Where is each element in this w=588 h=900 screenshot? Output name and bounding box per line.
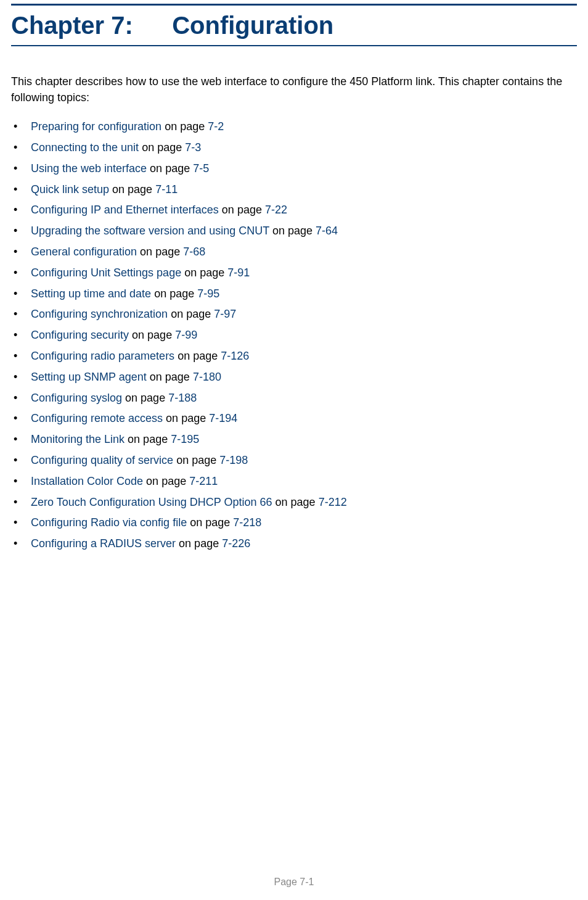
toc-page-ref[interactable]: 7-188 — [168, 392, 197, 404]
toc-on-page-text: on page — [174, 350, 221, 362]
toc-link[interactable]: Configuring IP and Ethernet interfaces — [31, 204, 219, 216]
toc-link[interactable]: Upgrading the software version and using… — [31, 225, 269, 237]
toc-on-page-text: on page — [272, 496, 319, 508]
toc-page-ref[interactable]: 7-64 — [316, 225, 338, 237]
toc-item: Configuring Unit Settings page on page 7… — [11, 263, 577, 284]
toc-on-page-text: on page — [109, 183, 155, 196]
toc-item: Monitoring the Link on page 7-195 — [11, 429, 577, 450]
toc-list: Preparing for configuration on page 7-2C… — [11, 117, 577, 555]
toc-link[interactable]: Quick link setup — [31, 183, 109, 196]
toc-link[interactable]: Using the web interface — [31, 162, 147, 175]
toc-page-ref[interactable]: 7-2 — [208, 120, 224, 133]
toc-link[interactable]: Configuring synchronization — [31, 308, 168, 320]
toc-item: Configuring quality of service on page 7… — [11, 450, 577, 471]
toc-on-page-text: on page — [147, 371, 193, 383]
toc-page-ref[interactable]: 7-180 — [193, 371, 221, 383]
toc-link[interactable]: Configuring remote access — [31, 412, 163, 424]
toc-page-ref[interactable]: 7-99 — [175, 329, 197, 341]
toc-on-page-text: on page — [122, 392, 168, 404]
toc-item: Installation Color Code on page 7-211 — [11, 471, 577, 492]
toc-link[interactable]: Configuring security — [31, 329, 129, 341]
toc-link[interactable]: Configuring Unit Settings page — [31, 266, 181, 279]
toc-page-ref[interactable]: 7-194 — [209, 412, 237, 424]
toc-page-ref[interactable]: 7-212 — [319, 496, 347, 508]
toc-item: Zero Touch Configuration Using DHCP Opti… — [11, 492, 577, 513]
toc-on-page-text: on page — [269, 225, 316, 237]
chapter-title: Chapter 7: Configuration — [11, 12, 577, 39]
toc-item: Setting up time and date on page 7-95 — [11, 284, 577, 305]
toc-on-page-text: on page — [161, 120, 208, 133]
toc-link[interactable]: General configuration — [31, 246, 137, 258]
toc-page-ref[interactable]: 7-68 — [183, 246, 205, 258]
toc-on-page-text: on page — [137, 246, 183, 258]
toc-item: Preparing for configuration on page 7-2 — [11, 117, 577, 138]
toc-on-page-text: on page — [176, 537, 222, 550]
toc-item: Configuring a RADIUS server on page 7-22… — [11, 534, 577, 555]
toc-on-page-text: on page — [129, 329, 175, 341]
toc-on-page-text: on page — [151, 287, 197, 300]
toc-page-ref[interactable]: 7-95 — [197, 287, 219, 300]
toc-item: Configuring synchronization on page 7-97 — [11, 304, 577, 325]
toc-page-ref[interactable]: 7-11 — [155, 183, 178, 196]
toc-page-ref[interactable]: 7-5 — [193, 162, 209, 175]
toc-link[interactable]: Connecting to the unit — [31, 141, 139, 154]
toc-on-page-text: on page — [168, 308, 214, 320]
toc-link[interactable]: Setting up time and date — [31, 287, 151, 300]
toc-page-ref[interactable]: 7-22 — [265, 204, 287, 216]
toc-on-page-text: on page — [219, 204, 265, 216]
toc-link[interactable]: Configuring Radio via config file — [31, 516, 187, 529]
toc-on-page-text: on page — [181, 266, 227, 279]
toc-page-ref[interactable]: 7-126 — [221, 350, 249, 362]
toc-item: Configuring radio parameters on page 7-1… — [11, 346, 577, 367]
toc-item: Connecting to the unit on page 7-3 — [11, 138, 577, 159]
toc-on-page-text: on page — [173, 454, 219, 466]
toc-on-page-text: on page — [139, 141, 185, 154]
toc-item: Quick link setup on page 7-11 — [11, 180, 577, 200]
toc-page-ref[interactable]: 7-211 — [189, 475, 218, 487]
toc-item: General configuration on page 7-68 — [11, 242, 577, 263]
toc-link[interactable]: Zero Touch Configuration Using DHCP Opti… — [31, 496, 272, 508]
toc-page-ref[interactable]: 7-3 — [185, 141, 201, 154]
toc-link[interactable]: Setting up SNMP agent — [31, 371, 147, 383]
toc-on-page-text: on page — [147, 162, 193, 175]
toc-page-ref[interactable]: 7-195 — [171, 433, 199, 445]
chapter-name: Configuration — [172, 12, 333, 39]
toc-page-ref[interactable]: 7-198 — [219, 454, 248, 466]
toc-link[interactable]: Configuring quality of service — [31, 454, 173, 466]
toc-on-page-text: on page — [143, 475, 189, 487]
toc-item: Configuring IP and Ethernet interfaces o… — [11, 200, 577, 221]
toc-link[interactable]: Configuring radio parameters — [31, 350, 174, 362]
toc-on-page-text: on page — [125, 433, 171, 445]
toc-on-page-text: on page — [187, 516, 233, 529]
chapter-label: Chapter 7: — [11, 12, 165, 39]
toc-link[interactable]: Configuring a RADIUS server — [31, 537, 176, 550]
toc-item: Configuring Radio via config file on pag… — [11, 513, 577, 534]
toc-page-ref[interactable]: 7-226 — [222, 537, 250, 550]
page-number: Page 7-1 — [0, 877, 588, 888]
toc-item: Setting up SNMP agent on page 7-180 — [11, 367, 577, 388]
intro-paragraph: This chapter describes how to use the we… — [11, 73, 577, 105]
toc-link[interactable]: Installation Color Code — [31, 475, 143, 487]
chapter-heading: Chapter 7: Configuration — [11, 4, 577, 46]
toc-item: Configuring remote access on page 7-194 — [11, 408, 577, 429]
toc-link[interactable]: Preparing for configuration — [31, 120, 161, 133]
toc-item: Using the web interface on page 7-5 — [11, 159, 577, 180]
toc-link[interactable]: Configuring syslog — [31, 392, 122, 404]
toc-link[interactable]: Monitoring the Link — [31, 433, 125, 445]
toc-page-ref[interactable]: 7-97 — [214, 308, 236, 320]
toc-item: Configuring security on page 7-99 — [11, 325, 577, 346]
toc-item: Configuring syslog on page 7-188 — [11, 388, 577, 409]
toc-on-page-text: on page — [163, 412, 209, 424]
toc-item: Upgrading the software version and using… — [11, 221, 577, 242]
toc-page-ref[interactable]: 7-218 — [233, 516, 261, 529]
toc-page-ref[interactable]: 7-91 — [227, 266, 250, 279]
